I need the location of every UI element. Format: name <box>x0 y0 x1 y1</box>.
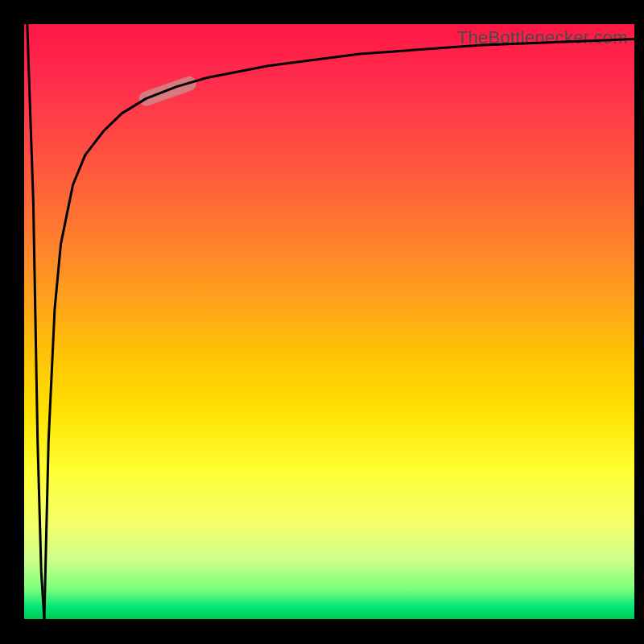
spike-down-path <box>27 24 44 619</box>
watermark-label: TheBottlenecker.com <box>457 27 628 48</box>
rise-curve-path <box>44 39 634 620</box>
plot-area: TheBottlenecker.com <box>24 24 634 619</box>
highlight-segment <box>147 84 189 99</box>
curve-layer <box>24 24 634 619</box>
chart-canvas: TheBottlenecker.com <box>0 0 644 644</box>
